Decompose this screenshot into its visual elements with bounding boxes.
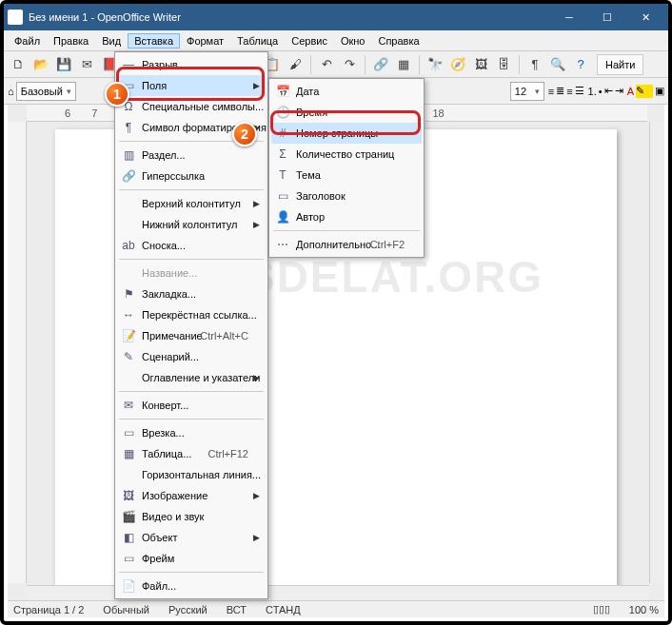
fields-submenu: 📅Дата🕓Время#Номер страницыΣКоличество ст…: [268, 78, 425, 258]
menu-сервис[interactable]: Сервис: [285, 33, 334, 49]
insert-label-19: Конверт...: [142, 400, 188, 411]
insert-label-16: Сценарий...: [142, 351, 199, 362]
insert-item-2[interactable]: ΩСпециальные символы...: [117, 96, 266, 117]
insert-item-24[interactable]: 🖼Изображение▶: [117, 485, 266, 506]
new-icon[interactable]: 🗋: [8, 54, 29, 75]
indent-dec-icon[interactable]: ⇤: [604, 85, 613, 97]
insert-item-19[interactable]: ✉Конверт...: [117, 395, 266, 416]
insert-item-17[interactable]: Оглавление и указатели▶: [117, 367, 266, 388]
align-justify-icon[interactable]: ☰: [575, 85, 584, 97]
titlebar: Без имени 1 - OpenOffice Writer ─ ☐ ✕: [4, 4, 668, 30]
insert-item-16[interactable]: ✎Сценарий...: [117, 346, 266, 367]
fields-item-1[interactable]: 🕓Время: [271, 102, 422, 123]
menu-справка[interactable]: Справка: [371, 33, 425, 49]
menu-окно[interactable]: Окно: [334, 33, 372, 49]
bgcolor-icon[interactable]: ▣: [655, 85, 664, 97]
indent-inc-icon[interactable]: ⇥: [615, 85, 623, 97]
maximize-button[interactable]: ☐: [588, 6, 626, 29]
insert-label-25: Видео и звук: [142, 511, 204, 522]
datasource-icon[interactable]: 🗄: [493, 54, 514, 75]
menu-правка[interactable]: Правка: [47, 33, 95, 49]
fields-item-4[interactable]: TТема: [271, 165, 422, 186]
menu-формат[interactable]: Формат: [180, 33, 230, 49]
menu-файл[interactable]: Файл: [8, 33, 47, 49]
navigator-icon[interactable]: 🧭: [447, 54, 468, 75]
align-right-icon[interactable]: ≡: [566, 86, 572, 97]
insert-label-26: Объект: [142, 532, 177, 543]
scrollbar-vertical[interactable]: [649, 122, 664, 583]
insert-item-14[interactable]: ↔Перекрёстная ссылка...: [117, 304, 266, 325]
fields-label-6: Автор: [296, 211, 325, 223]
fields-item-3[interactable]: ΣКоличество страниц: [271, 144, 422, 165]
undo-icon[interactable]: ↶: [316, 54, 337, 75]
insert-item-25[interactable]: 🎬Видео и звук: [117, 506, 266, 527]
fontsize-combo[interactable]: 12▾: [510, 82, 544, 101]
vertical-ruler: [8, 122, 27, 583]
insert-item-29[interactable]: 📄Файл...: [117, 576, 266, 596]
list-bul-icon[interactable]: •: [599, 86, 603, 97]
insert-item-0[interactable]: —Разрыв...: [117, 54, 266, 75]
link-icon[interactable]: 🔗: [370, 54, 391, 75]
insert-icon-29: 📄: [121, 578, 136, 594]
fields-label-5: Заголовок: [296, 190, 346, 202]
styles-icon[interactable]: ⌂: [8, 86, 14, 97]
fields-item-8[interactable]: ⋯Дополнительно...Ctrl+F2: [271, 234, 422, 255]
find-icon[interactable]: 🔭: [425, 54, 445, 75]
fields-icon-1: 🕓: [275, 105, 290, 120]
insert-item-27[interactable]: ▭Фрейм: [117, 548, 266, 569]
status-view-icons[interactable]: ▯▯▯: [593, 603, 610, 615]
zoom-icon[interactable]: 🔍: [547, 54, 568, 75]
mail-icon[interactable]: ✉: [76, 54, 97, 75]
insert-item-15[interactable]: 📝ПримечаниеCtrl+Alt+C: [117, 325, 266, 346]
fields-item-2[interactable]: #Номер страницы: [271, 123, 422, 144]
fields-label-3: Количество страниц: [296, 148, 394, 160]
highlight-icon[interactable]: ✎: [636, 85, 653, 98]
chevron-right-icon: ▶: [253, 373, 260, 382]
gallery-icon[interactable]: 🖼: [470, 54, 491, 75]
menu-таблица[interactable]: Таблица: [230, 33, 285, 49]
brush-icon[interactable]: 🖌: [285, 54, 306, 75]
fields-icon-3: Σ: [275, 146, 290, 162]
open-icon[interactable]: 📂: [30, 54, 51, 75]
style-combo[interactable]: Базовый▾: [16, 82, 76, 101]
insert-label-21: Врезка...: [142, 427, 185, 439]
insert-item-8[interactable]: Верхний колонтитул▶: [117, 193, 266, 214]
list-num-icon[interactable]: 1.: [588, 86, 597, 97]
menu-вид[interactable]: Вид: [95, 33, 128, 49]
insert-item-6[interactable]: 🔗Гиперссылка: [117, 166, 266, 186]
insert-icon-27: ▭: [121, 551, 136, 566]
insert-item-1[interactable]: ▭Поля▶: [117, 75, 266, 96]
fields-item-6[interactable]: 👤Автор: [271, 206, 422, 227]
insert-item-10[interactable]: abСноска...: [117, 235, 266, 256]
insert-item-22[interactable]: ▦Таблица...Ctrl+F12: [117, 443, 266, 464]
fontcolor-icon[interactable]: A: [627, 86, 634, 97]
align-center-icon[interactable]: ≣: [556, 85, 564, 97]
close-button[interactable]: ✕: [626, 6, 664, 29]
find-button[interactable]: Найти: [597, 54, 643, 75]
insert-item-21[interactable]: ▭Врезка...: [117, 422, 266, 443]
insert-item-23[interactable]: Горизонтальная линия...: [117, 464, 266, 485]
help-icon[interactable]: ?: [570, 54, 591, 75]
fields-item-0[interactable]: 📅Дата: [271, 81, 422, 102]
insert-item-9[interactable]: Нижний колонтитул▶: [117, 214, 266, 235]
menu-вставка[interactable]: Вставка: [128, 33, 180, 49]
status-zoom: 100 %: [629, 604, 659, 615]
nonprint-icon[interactable]: ¶: [524, 54, 545, 75]
toolbar-main: 🗋 📂 💾 ✉ 📕 🖶 🔍 ✔ ✂ ⧉ 📋 🖌 ↶ ↷ 🔗 ▦ 🔭 🧭 🖼 🗄 …: [4, 51, 668, 78]
table-icon[interactable]: ▦: [393, 54, 414, 75]
insert-label-5: Раздел...: [142, 149, 186, 161]
insert-icon-5: ▥: [121, 147, 136, 163]
save-icon[interactable]: 💾: [53, 54, 74, 75]
minimize-button[interactable]: ─: [550, 6, 588, 29]
callout-number-1: 1: [105, 82, 129, 107]
fields-item-5[interactable]: ▭Заголовок: [271, 186, 422, 206]
fields-icon-5: ▭: [275, 188, 290, 204]
align-left-icon[interactable]: ≡: [548, 86, 554, 97]
statusbar: Страница 1 / 2 Обычный Русский ВСТ СТАНД…: [8, 600, 664, 617]
insert-item-13[interactable]: ⚑Закладка...: [117, 283, 266, 304]
insert-item-5[interactable]: ▥Раздел...: [117, 145, 266, 166]
redo-icon[interactable]: ↷: [339, 54, 360, 75]
chevron-right-icon: ▶: [253, 220, 260, 229]
insert-icon-14: ↔: [121, 307, 136, 322]
insert-item-26[interactable]: ◧Объект▶: [117, 527, 266, 548]
